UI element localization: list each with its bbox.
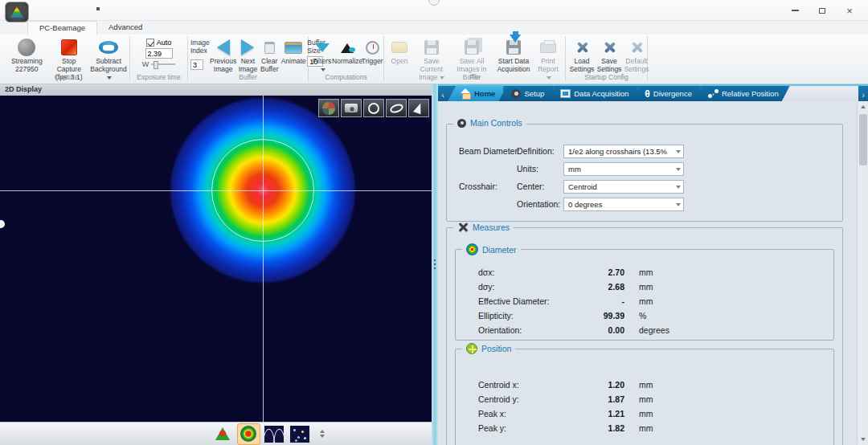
- orientation-select[interactable]: 0 degrees: [563, 198, 684, 211]
- exposure-slider[interactable]: [151, 63, 175, 65]
- tab-bar-spacer: [782, 86, 858, 101]
- view-cross-section-button[interactable]: [264, 424, 285, 444]
- cross-section-icon: [264, 426, 284, 443]
- scroll-up-button[interactable]: [858, 101, 868, 112]
- previous-image-icon: [217, 39, 230, 55]
- main-controls-group: Main Controls Beam Diameter: Definition:…: [446, 124, 843, 222]
- ribbon-group-startup-config: Load Settings Save Settings Default Sett…: [566, 36, 648, 81]
- measure-row: Ellipticity:99.39%: [456, 311, 833, 324]
- diameter-title: Diameter: [482, 245, 517, 255]
- position-title: Position: [481, 344, 511, 353]
- tab-home[interactable]: Home: [448, 86, 503, 101]
- circle-tool-button[interactable]: [363, 99, 384, 117]
- position-group: Position Centroid x:1.20mm Centroid y:1.…: [455, 349, 834, 445]
- measures-icon: [457, 222, 469, 233]
- restore-icon: [819, 8, 825, 14]
- chevron-down-icon: [676, 186, 681, 189]
- app-logo: [5, 2, 29, 22]
- chevron-down-icon: [321, 68, 326, 71]
- start-data-acquisition-button[interactable]: Start Data Acquisition: [493, 37, 534, 75]
- print-icon: [540, 43, 556, 53]
- view-2d-button[interactable]: [238, 424, 260, 444]
- 2d-display-panel: 2D Display: [0, 84, 432, 445]
- image-index-input[interactable]: [190, 59, 203, 70]
- panel-splitter[interactable]: [432, 84, 438, 445]
- home-icon: [461, 89, 471, 98]
- restore-button[interactable]: [809, 0, 836, 21]
- clear-buffer-icon: [264, 42, 275, 54]
- measures-title: Measures: [473, 222, 510, 232]
- previous-image-button[interactable]: Previous Image: [210, 37, 237, 75]
- view-3d-button[interactable]: [212, 424, 234, 444]
- view-scroll-spinner[interactable]: [320, 430, 325, 438]
- 2d-view-icon: [240, 426, 256, 442]
- crosshair-vertical-line: [263, 96, 264, 422]
- gear-icon: [511, 89, 521, 99]
- ribbon-tab-bar: PC-Beamage Advanced: [0, 21, 868, 35]
- scroll-down-icon: [861, 438, 866, 441]
- stop-capture-icon: [61, 39, 77, 55]
- tab-relative-position[interactable]: Relative Position: [695, 86, 787, 101]
- save-all-icon: [465, 40, 479, 55]
- trigger-icon: [366, 41, 379, 55]
- title-bar: ×: [0, 0, 868, 21]
- ellipse-icon: [388, 102, 403, 114]
- measure-row: dσx:2.70mm: [456, 267, 833, 280]
- center-select[interactable]: Centroid: [563, 180, 684, 194]
- panel-scrollbar[interactable]: [857, 101, 868, 445]
- beam-canvas[interactable]: [0, 96, 432, 422]
- ellipse-tool-button[interactable]: [386, 99, 407, 117]
- measures-group: Measures Diameter dσx:2.70mm dσy:2.68mm …: [446, 227, 843, 445]
- animate-icon: [285, 42, 302, 54]
- units-select[interactable]: mm: [563, 162, 684, 176]
- filters-button[interactable]: Filters: [311, 37, 333, 75]
- definition-select[interactable]: 1/e2 along crosshairs (13.5%: [563, 145, 684, 158]
- animate-button[interactable]: Animate: [280, 37, 307, 67]
- measure-row: Peak x:1.21mm: [456, 409, 833, 422]
- scroll-down-button[interactable]: [858, 434, 868, 445]
- measure-row: dσy:2.68mm: [456, 282, 833, 295]
- axes-tool-button[interactable]: [318, 99, 339, 117]
- open-button[interactable]: Open: [387, 37, 412, 67]
- ribbon-tab-advanced[interactable]: Advanced: [97, 21, 154, 35]
- snapshot-tool-button[interactable]: [341, 99, 362, 117]
- streaming-button[interactable]: Streaming 227950: [6, 37, 48, 75]
- close-button[interactable]: ×: [836, 0, 863, 21]
- load-settings-button[interactable]: Load Settings: [568, 37, 596, 75]
- save-icon: [424, 40, 439, 55]
- crosshair-horizontal-line: [0, 190, 432, 191]
- filters-icon: [315, 43, 330, 52]
- measure-row: Centroid y:1.87mm: [456, 394, 833, 407]
- minimize-button[interactable]: [781, 0, 809, 21]
- ribbon-group-buffer: Image Index Previous Image Next Image Cl…: [188, 36, 309, 81]
- next-image-icon: [241, 39, 254, 55]
- load-settings-icon: [575, 40, 589, 55]
- tab-data-acquisition[interactable]: Data Acquisition: [547, 86, 637, 101]
- exposure-time-input[interactable]: [145, 48, 173, 59]
- trigger-button[interactable]: Trigger: [362, 37, 383, 67]
- normalize-button[interactable]: Normalize: [333, 37, 362, 67]
- tab-divergence[interactable]: θ Divergence: [632, 86, 700, 101]
- ribbon-group-file: Open Save Current Image Save All Images …: [384, 36, 566, 81]
- measure-row: Peak y:1.82mm: [456, 423, 833, 436]
- next-image-button[interactable]: Next Image: [237, 37, 260, 75]
- checkbox-checked-icon: [146, 39, 154, 47]
- drag-handle[interactable]: [428, 0, 440, 6]
- ribbon-tab-pc-beamage[interactable]: PC-Beamage: [27, 21, 97, 35]
- scroll-up-icon: [861, 105, 866, 108]
- theta-icon: θ: [645, 89, 650, 99]
- clear-buffer-button[interactable]: Clear Buffer: [259, 37, 280, 75]
- tab-setup[interactable]: Setup: [498, 86, 552, 101]
- image-index-label: Image Index: [190, 39, 210, 55]
- 3d-view-icon: [215, 427, 230, 440]
- tab-scroll-right-button[interactable]: ›: [858, 90, 868, 101]
- view-points-button[interactable]: [289, 424, 311, 444]
- auto-exposure-checkbox[interactable]: Auto: [146, 39, 172, 47]
- pointer-tool-button[interactable]: [408, 99, 429, 117]
- scrollbar-thumb[interactable]: [859, 114, 867, 165]
- default-settings-icon: [629, 40, 644, 55]
- default-settings-button[interactable]: Default Settings: [623, 37, 650, 75]
- main-controls-title: Main Controls: [470, 118, 522, 128]
- save-settings-button[interactable]: Save Settings: [596, 37, 623, 75]
- tab-scroll-left-button[interactable]: ‹: [438, 90, 448, 101]
